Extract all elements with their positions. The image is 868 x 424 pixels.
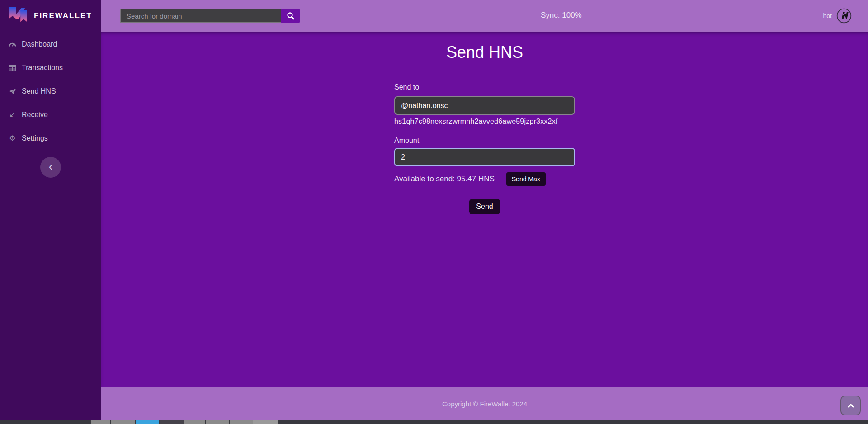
- sidebar-item-label: Transactions: [22, 64, 63, 72]
- sidebar-item-label: Receive: [22, 111, 48, 119]
- send-max-button[interactable]: Send Max: [506, 172, 546, 186]
- available-row: Available to send: 95.47 HNS Send Max: [394, 172, 575, 186]
- amount-input[interactable]: [394, 148, 575, 166]
- chevron-up-icon: [847, 403, 854, 408]
- wallet-switcher[interactable]: hot: [823, 0, 852, 32]
- settings-icon: ⚙: [8, 135, 17, 142]
- send-button-row: Send: [394, 199, 575, 214]
- sync-status: Sync: 100%: [541, 11, 582, 20]
- main-content: Send HNS Send to hs1qh7c98nexsrzwrmnh2av…: [101, 32, 868, 387]
- sidebar: FIREWALLET Dashboard Transactions: [0, 0, 101, 424]
- sidebar-item-label: Dashboard: [22, 40, 57, 48]
- taskbar-window-segment[interactable]: [160, 420, 184, 424]
- transactions-icon: [8, 65, 17, 71]
- sidebar-item-receive[interactable]: ↙ Receive: [0, 103, 101, 127]
- sidebar-nav: Dashboard Transactions Send HNS: [0, 32, 101, 150]
- send-button[interactable]: Send: [469, 199, 500, 214]
- sidebar-item-dashboard[interactable]: Dashboard: [0, 33, 101, 56]
- logo-row[interactable]: FIREWALLET: [0, 0, 101, 32]
- receive-icon: ↙: [8, 111, 17, 118]
- sidebar-item-settings[interactable]: ⚙ Settings: [0, 127, 101, 150]
- os-taskbar[interactable]: [0, 420, 868, 424]
- sidebar-item-label: Send HNS: [22, 87, 56, 95]
- taskbar-window-segment[interactable]: [184, 420, 205, 424]
- taskbar-window-segment[interactable]: [253, 420, 278, 424]
- send-to-label: Send to: [394, 83, 575, 91]
- firewallet-logo-icon: [8, 7, 28, 25]
- footer: Copyright © FireWallet 2024: [101, 387, 868, 420]
- taskbar-window-segment[interactable]: [136, 420, 159, 424]
- scroll-to-top-button[interactable]: [840, 396, 861, 415]
- send-icon: [8, 88, 17, 95]
- search-input[interactable]: [120, 9, 281, 23]
- sidebar-item-send-hns[interactable]: Send HNS: [0, 80, 101, 103]
- search-icon: [287, 12, 295, 20]
- wallet-name-label: hot: [823, 12, 832, 19]
- taskbar-window-segment[interactable]: [230, 420, 253, 424]
- taskbar-window-segment[interactable]: [206, 420, 229, 424]
- dashboard-icon: [8, 41, 17, 48]
- search-button[interactable]: [281, 9, 300, 23]
- amount-label: Amount: [394, 137, 575, 145]
- page-title: Send HNS: [101, 43, 868, 62]
- taskbar-window-segment[interactable]: [111, 420, 135, 424]
- domain-search: [120, 9, 300, 23]
- sidebar-item-transactions[interactable]: Transactions: [0, 56, 101, 80]
- handshake-logo-icon[interactable]: [836, 8, 852, 24]
- amount-block: Amount: [394, 137, 575, 166]
- available-balance-text: Available to send: 95.47 HNS: [394, 174, 495, 184]
- sidebar-item-label: Settings: [22, 134, 48, 142]
- send-to-input[interactable]: [394, 96, 575, 115]
- taskbar-window-segment[interactable]: [91, 420, 110, 424]
- chevron-left-icon: ‹: [49, 160, 53, 172]
- resolved-address: hs1qh7c98nexsrzwrmnh2avved6awe59jzpr3xx2…: [394, 118, 575, 126]
- app-title: FIREWALLET: [34, 11, 92, 20]
- copyright-text: Copyright © FireWallet 2024: [442, 400, 527, 408]
- send-form: Send to hs1qh7c98nexsrzwrmnh2avved6awe59…: [394, 83, 575, 214]
- sidebar-collapse-button[interactable]: ‹: [40, 157, 61, 178]
- top-bar: Sync: 100% hot: [101, 0, 868, 32]
